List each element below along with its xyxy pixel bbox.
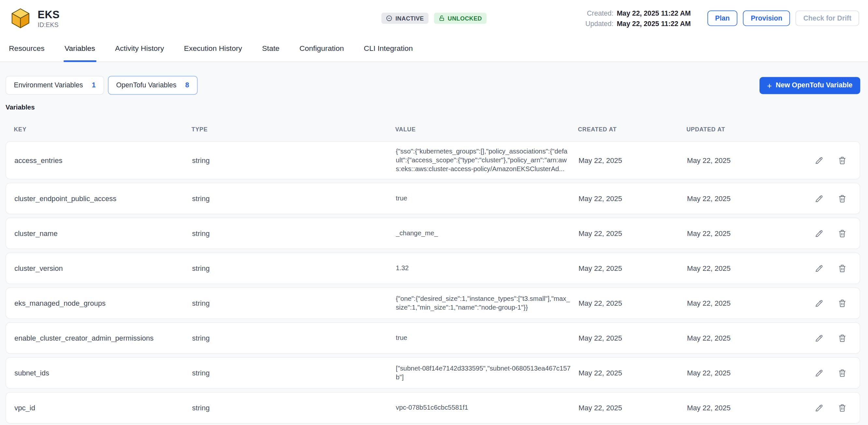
variable-updated-at: May 22, 2025 <box>687 194 800 203</box>
variable-updated-at: May 22, 2025 <box>687 369 800 377</box>
variable-key: cluster_name <box>14 230 192 238</box>
column-header-type: TYPE <box>192 126 395 132</box>
variable-key: subnet_ids <box>14 369 192 377</box>
tab-state[interactable]: State <box>261 36 281 62</box>
table-row: cluster_endpoint_public_access string tr… <box>5 183 860 214</box>
delete-variable-button[interactable] <box>836 193 848 205</box>
delete-variable-button[interactable] <box>836 332 848 344</box>
variable-value: ["subnet-08f14e7142d333595","subnet-0680… <box>396 364 579 382</box>
header-right: Created: May 22, 2025 11:22 AM Updated: … <box>487 9 859 27</box>
plan-button[interactable]: Plan <box>707 10 737 26</box>
new-opentofu-variable-label: New OpenTofu Variable <box>776 82 853 89</box>
content-area: Environment Variables 1 OpenTofu Variabl… <box>0 62 868 424</box>
variable-type: string <box>192 194 396 203</box>
delete-variable-button[interactable] <box>836 263 848 274</box>
variable-value: _change_me_ <box>396 229 579 238</box>
variable-type-subtabs: Environment Variables 1 OpenTofu Variabl… <box>5 76 197 95</box>
variable-created-at: May 22, 2025 <box>578 369 687 377</box>
variable-key: eks_managed_node_groups <box>14 299 192 307</box>
variable-value: true <box>396 194 579 203</box>
row-actions <box>801 298 851 309</box>
tab-resources[interactable]: Resources <box>8 36 45 62</box>
variable-key: vpc_id <box>14 404 192 412</box>
table-row: eks_managed_node_groups string {"one":{"… <box>5 288 860 320</box>
variable-type: string <box>192 156 396 164</box>
status-badges: INACTIVE UNLOCKED <box>381 13 487 24</box>
variable-value: vpc-078b51c6cbc5581f1 <box>396 404 579 413</box>
variable-key: access_entries <box>14 156 192 164</box>
delete-variable-button[interactable] <box>836 154 848 166</box>
column-header-created-at: CREATED AT <box>578 126 686 132</box>
subtab-environment-variables[interactable]: Environment Variables 1 <box>5 76 104 95</box>
timestamps: Created: May 22, 2025 11:22 AM Updated: … <box>586 9 691 27</box>
page-subtitle: ID:EKS <box>38 21 60 28</box>
table-row: access_entries string {"sso":{"kubernete… <box>5 141 860 180</box>
variable-created-at: May 22, 2025 <box>578 264 687 272</box>
edit-variable-button[interactable] <box>813 154 825 166</box>
delete-variable-button[interactable] <box>836 402 848 414</box>
table-row: cluster_version string 1.32 May 22, 2025… <box>5 253 860 284</box>
variable-updated-at: May 22, 2025 <box>687 404 800 412</box>
eks-cube-logo-icon <box>9 6 32 30</box>
variable-type: string <box>192 230 396 238</box>
header-left: EKS ID:EKS <box>9 6 381 30</box>
variable-created-at: May 22, 2025 <box>578 156 687 164</box>
table-row: enable_cluster_creator_admin_permissions… <box>5 323 860 354</box>
subtab-opentofu-variables[interactable]: OpenTofu Variables 8 <box>108 76 197 95</box>
subtab-label: OpenTofu Variables <box>116 82 176 89</box>
variable-key: cluster_version <box>14 264 192 272</box>
tab-variables[interactable]: Variables <box>64 36 96 62</box>
variable-key: cluster_endpoint_public_access <box>14 194 192 203</box>
row-actions <box>801 228 851 240</box>
unlocked-icon <box>438 15 445 22</box>
edit-variable-button[interactable] <box>813 332 825 344</box>
status-badge: INACTIVE <box>381 13 428 24</box>
edit-variable-button[interactable] <box>813 263 825 274</box>
new-opentofu-variable-button[interactable]: + New OpenTofu Variable <box>759 77 860 94</box>
row-actions <box>801 263 851 274</box>
variable-created-at: May 22, 2025 <box>578 334 687 342</box>
edit-variable-button[interactable] <box>813 228 825 240</box>
variable-type: string <box>192 299 396 307</box>
row-actions <box>801 154 851 166</box>
variable-updated-at: May 22, 2025 <box>687 230 800 238</box>
edit-variable-button[interactable] <box>813 367 825 379</box>
variable-key: enable_cluster_creator_admin_permissions <box>14 334 192 342</box>
lock-status-badge: UNLOCKED <box>434 13 487 24</box>
subtab-label: Environment Variables <box>14 82 83 89</box>
variable-value: true <box>396 334 579 343</box>
variable-created-at: May 22, 2025 <box>578 230 687 238</box>
tab-cli-integration[interactable]: CLI Integration <box>363 36 414 62</box>
status-badge-label: INACTIVE <box>396 15 424 22</box>
tab-activity-history[interactable]: Activity History <box>114 36 165 62</box>
variable-updated-at: May 22, 2025 <box>687 156 800 164</box>
variable-updated-at: May 22, 2025 <box>687 299 800 307</box>
subtab-count: 1 <box>92 82 96 89</box>
variable-value: {"one":{"desired_size":1,"instance_types… <box>396 295 579 312</box>
edit-variable-button[interactable] <box>813 402 825 414</box>
variable-value: {"sso":{"kubernetes_groups":[],"policy_a… <box>396 147 579 174</box>
edit-variable-button[interactable] <box>813 298 825 309</box>
page-title: EKS <box>38 8 60 21</box>
updated-label: Updated: <box>586 20 614 27</box>
table-row: cluster_name string _change_me_ May 22, … <box>5 218 860 250</box>
page-header: EKS ID:EKS INACTIVE <box>0 0 868 36</box>
circle-minus-icon <box>386 15 393 22</box>
tab-configuration[interactable]: Configuration <box>299 36 345 62</box>
row-actions <box>801 367 851 379</box>
check-for-drift-button[interactable]: Check for Drift <box>796 10 859 26</box>
edit-variable-button[interactable] <box>813 193 825 205</box>
provision-button[interactable]: Provision <box>743 10 790 26</box>
tab-execution-history[interactable]: Execution History <box>183 36 243 62</box>
row-actions <box>801 402 851 414</box>
delete-variable-button[interactable] <box>836 228 848 240</box>
column-header-updated-at: UPDATED AT <box>686 126 801 132</box>
delete-variable-button[interactable] <box>836 367 848 379</box>
row-actions <box>801 193 851 205</box>
delete-variable-button[interactable] <box>836 298 848 309</box>
subtab-row: Environment Variables 1 OpenTofu Variabl… <box>5 76 860 95</box>
plus-icon: + <box>767 81 772 89</box>
table-row: vpc_id string vpc-078b51c6cbc5581f1 May … <box>5 392 860 424</box>
variable-type: string <box>192 334 396 342</box>
variable-type: string <box>192 369 396 377</box>
